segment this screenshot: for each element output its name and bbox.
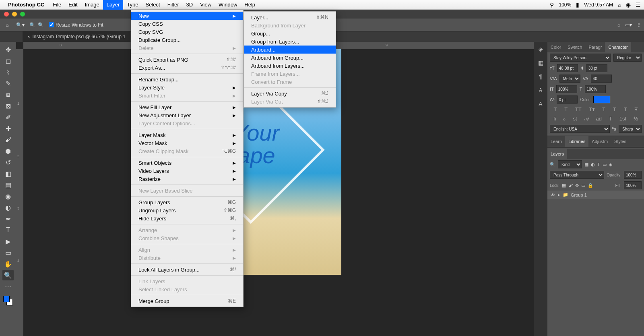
character-panel-icon[interactable]: A [537, 100, 545, 108]
share-icon[interactable]: ⇪ [637, 22, 641, 28]
hscale-input[interactable] [585, 85, 606, 93]
menu-item[interactable]: Layer Via Copy⌘J [244, 89, 336, 97]
layer-filter-select[interactable]: Kind [558, 160, 582, 168]
hand-tool[interactable]: ✋ [2, 259, 14, 269]
menu-item[interactable]: Group from Layers... [244, 37, 336, 46]
crop-tool[interactable]: ⧈ [2, 89, 14, 100]
color-swatches[interactable] [3, 296, 13, 305]
smallcaps-icon[interactable]: Tт [589, 106, 595, 112]
caps-icon[interactable]: TT [575, 106, 582, 112]
font-size-input[interactable] [557, 64, 578, 72]
menu-item[interactable]: New Adjustment Layer▶ [131, 111, 243, 119]
menu-window[interactable]: Window [215, 0, 241, 10]
lock-pos-icon[interactable]: ✥ [575, 183, 579, 188]
strike-icon[interactable]: Ŧ [635, 106, 638, 112]
menu-item[interactable]: Artboard from Group... [244, 54, 336, 62]
expand-icon[interactable]: ▸ [558, 192, 560, 197]
filter-shape-icon[interactable]: ▭ [603, 162, 607, 167]
zoom-tool[interactable]: 🔍 [2, 270, 14, 280]
zoom-out-icon[interactable]: 🔍 [38, 22, 44, 28]
menu-item[interactable]: New Fill Layer▶ [131, 103, 243, 111]
lasso-tool[interactable]: ⌇ [2, 67, 14, 77]
lock-trans-icon[interactable]: ▦ [562, 183, 566, 188]
spotlight-icon[interactable]: ⌕ [618, 2, 621, 8]
stamp-tool[interactable]: ⬢ [2, 146, 14, 156]
opacity-input[interactable] [624, 171, 642, 179]
frame-tool[interactable]: ⊠ [2, 101, 14, 111]
filter-adj-icon[interactable]: ◐ [591, 162, 595, 167]
menu-item[interactable]: Video Layers▶ [131, 167, 243, 175]
search-icon[interactable]: ⌕ [617, 22, 620, 28]
layer-item[interactable]: 👁 ▸ 📁 Group 1 [547, 191, 644, 199]
font-style-select[interactable]: Regular [613, 54, 642, 62]
menu-file[interactable]: File [49, 0, 65, 10]
tab-swatches[interactable]: Swatch [564, 42, 585, 52]
marquee-tool[interactable]: ◻ [2, 56, 14, 66]
blend-mode-select[interactable]: Pass Through [550, 171, 604, 179]
layout-icon[interactable]: ▭▾ [625, 22, 632, 28]
menu-item[interactable]: Artboard from Layers... [244, 62, 336, 70]
control-center-icon[interactable]: ☰ [636, 2, 641, 8]
antialias-select[interactable]: Sharp [619, 125, 642, 133]
zoom-in-icon[interactable]: 🔍 [29, 22, 35, 28]
menu-edit[interactable]: Edit [65, 0, 81, 10]
menu-item[interactable]: Layer Mask▶ [131, 131, 243, 139]
menu-item[interactable]: Merge Group⌘E [131, 297, 243, 305]
brush-tool[interactable]: 🖌 [2, 135, 14, 145]
menu-item[interactable]: Ungroup Layers⇧⌘G [131, 206, 243, 214]
tab-layers[interactable]: Layers [547, 149, 567, 159]
path-select-tool[interactable]: ▶ [2, 236, 14, 247]
quick-select-tool[interactable]: ✎ [2, 78, 14, 89]
dodge-tool[interactable]: ◐ [2, 202, 14, 213]
paragraph-panel-icon[interactable]: ¶ [537, 73, 545, 81]
menu-item[interactable]: Quick Export as PNG⇧⌘' [131, 56, 243, 64]
filter-type-icon[interactable]: T [597, 162, 600, 167]
lock-pixel-icon[interactable]: 🖌 [568, 183, 573, 188]
tab-color[interactable]: Color [547, 42, 564, 52]
tab-libraries[interactable]: Libraries [565, 136, 588, 147]
filter-image-icon[interactable]: ▦ [584, 162, 588, 167]
kerning-select[interactable]: Metrics [559, 75, 580, 83]
zoom-window[interactable] [20, 12, 25, 17]
font-family-select[interactable]: Stay Wildy Person... [550, 54, 611, 62]
menu-item[interactable]: Lock All Layers in Group...⌘/ [131, 265, 243, 274]
eyedropper-tool[interactable]: ✐ [2, 112, 14, 122]
filter-smart-icon[interactable]: ◈ [609, 162, 612, 167]
leading-input[interactable] [586, 64, 607, 72]
close-tab-icon[interactable]: × [27, 34, 30, 39]
menu-item[interactable]: Smart Objects▶ [131, 159, 243, 167]
tracking-input[interactable] [591, 75, 612, 83]
menu-item[interactable]: New▶ [131, 12, 243, 20]
resize-windows-check[interactable] [49, 22, 54, 27]
pen-tool[interactable]: ✒ [2, 214, 14, 224]
visibility-icon[interactable]: 👁 [550, 193, 555, 197]
tab-paragraph[interactable]: Paragr [585, 42, 605, 52]
menu-item[interactable]: Rename Group... [131, 75, 243, 83]
history-panel-icon[interactable]: ◈ [537, 45, 545, 53]
eraser-tool[interactable]: ◧ [2, 168, 14, 179]
menu-image[interactable]: Image [81, 0, 103, 10]
tab-character[interactable]: Character [605, 42, 631, 52]
fill-input[interactable] [624, 181, 642, 189]
tab-learn[interactable]: Learn [547, 136, 565, 147]
gradient-tool[interactable]: ▤ [2, 180, 14, 190]
wifi-icon[interactable]: ⚲ [550, 2, 554, 8]
menu-select[interactable]: Select [142, 0, 163, 10]
edit-toolbar[interactable]: ⋯ [2, 281, 14, 292]
menu-item[interactable]: Vector Mask▶ [131, 139, 243, 147]
baseline-input[interactable] [557, 95, 578, 104]
resize-windows-checkbox[interactable]: Resize Windows to Fit [49, 22, 103, 28]
minimize-window[interactable] [12, 12, 17, 17]
menu-item[interactable]: Export As...⇧⌥⌘' [131, 64, 243, 72]
document-tab[interactable]: × Instagram Template.psd @ 66.7% (Group … [23, 31, 131, 42]
move-tool[interactable]: ✥ [2, 44, 14, 55]
menu-item[interactable]: Copy SVG [131, 28, 243, 36]
menu-item[interactable]: Layer...⇧⌘N [244, 13, 336, 21]
history-brush-tool[interactable]: ↺ [2, 157, 14, 168]
menu-help[interactable]: Help [241, 0, 259, 10]
siri-icon[interactable]: ◉ [626, 2, 631, 8]
menu-item[interactable]: Hide Layers⌘, [131, 214, 243, 222]
healing-tool[interactable]: ✚ [2, 123, 14, 134]
bold-icon[interactable]: T [553, 106, 557, 112]
vscale-input[interactable] [556, 85, 577, 93]
